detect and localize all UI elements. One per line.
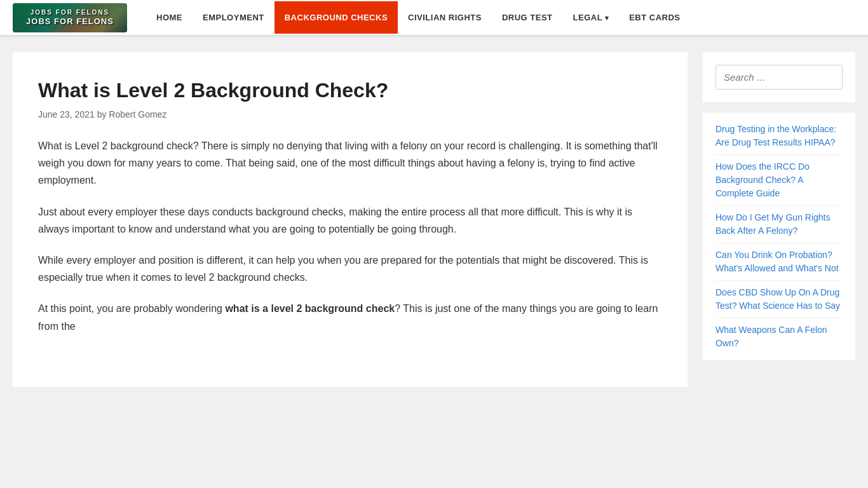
nav-link-background-checks[interactable]: BACKGROUND CHECKS (275, 1, 398, 34)
sidebar-links: Drug Testing in the Workplace: Are Drug … (703, 112, 855, 360)
nav-link-legal[interactable]: LEGAL (563, 1, 620, 34)
list-item: Drug Testing in the Workplace: Are Drug … (715, 123, 843, 155)
nav-item-legal[interactable]: LEGAL (563, 1, 620, 34)
search-input[interactable] (716, 65, 843, 89)
article-author[interactable]: Robert Gomez (109, 109, 166, 119)
sidebar-link-6[interactable]: What Weapons Can A Felon Own? (715, 325, 827, 348)
main-content: What is Level 2 Background Check? June 2… (13, 52, 688, 387)
sidebar: Drug Testing in the Workplace: Are Drug … (703, 52, 855, 387)
article-paragraph-3: While every employer and position is dif… (38, 252, 662, 286)
sidebar-link-2[interactable]: How Does the IRCC Do Background Check? A… (715, 161, 810, 198)
list-item: Can You Drink On Probation? What's Allow… (715, 248, 843, 281)
nav-link-drug-test[interactable]: DRUG TEST (492, 1, 563, 34)
nav-item-background-checks[interactable]: BACKGROUND CHECKS (275, 1, 398, 34)
sidebar-link-5[interactable]: Does CBD Show Up On A Drug Test? What Sc… (715, 287, 840, 311)
article-body: What is Level 2 background check? There … (38, 137, 662, 335)
article-date: June 23, 2021 (38, 109, 95, 119)
nav-link-ebt-cards[interactable]: EBT CARDS (619, 1, 690, 34)
article-paragraph-1: What is Level 2 background check? There … (38, 137, 662, 189)
nav-item-drug-test[interactable]: DRUG TEST (492, 1, 563, 34)
list-item: How Do I Get My Gun Rights Back After A … (715, 211, 843, 243)
page-wrapper: What is Level 2 Background Check? June 2… (0, 37, 868, 402)
article-paragraph-4: At this point, you are probably wonderin… (38, 300, 662, 334)
site-logo[interactable]: JOBS FOR FELONS JOBS FOR FELONS (13, 3, 127, 32)
list-item: What Weapons Can A Felon Own? (715, 323, 843, 350)
sidebar-link-4[interactable]: Can You Drink On Probation? What's Allow… (715, 250, 839, 273)
nav-link-civilian-rights[interactable]: CIVILIAN RIGHTS (398, 1, 492, 34)
search-input-wrapper (715, 65, 843, 90)
nav-menu: HOME EMPLOYMENT BACKGROUND CHECKS CIVILI… (146, 1, 855, 34)
logo-sub-text: JOBS FOR FELONS (26, 8, 114, 17)
sidebar-search-box (703, 52, 855, 102)
sidebar-link-1[interactable]: Drug Testing in the Workplace: Are Drug … (715, 124, 836, 147)
main-nav: JOBS FOR FELONS JOBS FOR FELONS HOME EMP… (0, 0, 868, 37)
article-bold-term: what is a level 2 background check (225, 303, 395, 314)
article-by: by (97, 109, 109, 119)
sidebar-link-list: Drug Testing in the Workplace: Are Drug … (715, 123, 843, 350)
list-item: Does CBD Show Up On A Drug Test? What Sc… (715, 286, 843, 318)
nav-item-ebt-cards[interactable]: EBT CARDS (619, 1, 690, 34)
nav-item-home[interactable]: HOME (146, 1, 193, 34)
article-title: What is Level 2 Background Check? (38, 78, 662, 103)
article-meta: June 23, 2021 by Robert Gomez (38, 109, 662, 119)
nav-link-employment[interactable]: EMPLOYMENT (193, 1, 275, 34)
nav-item-civilian-rights[interactable]: CIVILIAN RIGHTS (398, 1, 492, 34)
nav-link-home[interactable]: HOME (146, 1, 193, 34)
nav-item-employment[interactable]: EMPLOYMENT (193, 1, 275, 34)
logo-main-text: JOBS FOR FELONS (26, 17, 114, 26)
sidebar-link-3[interactable]: How Do I Get My Gun Rights Back After A … (715, 212, 831, 236)
article-paragraph-2: Just about every employer these days con… (38, 203, 662, 238)
list-item: How Does the IRCC Do Background Check? A… (715, 160, 843, 206)
